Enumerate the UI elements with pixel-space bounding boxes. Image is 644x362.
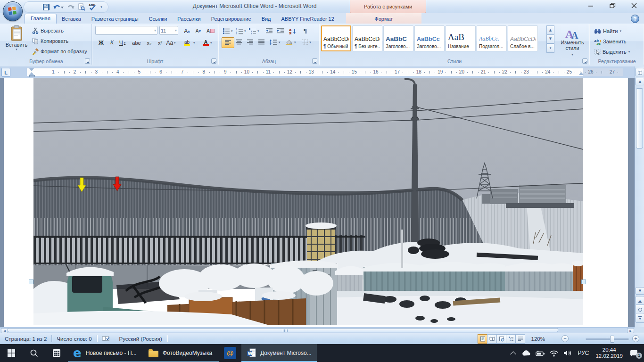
- redo-button[interactable]: [66, 3, 75, 11]
- zoom-level[interactable]: 120%: [531, 336, 545, 342]
- justify-button[interactable]: [256, 37, 267, 47]
- wifi-icon[interactable]: [549, 350, 559, 357]
- style-card[interactable]: AaBbCcDcСлабое в...: [508, 25, 538, 51]
- first-line-indent-marker[interactable]: [29, 68, 34, 71]
- ribbon-tab[interactable]: Рассылки: [172, 15, 206, 24]
- next-page-button[interactable]: ▼: [636, 313, 644, 323]
- style-card[interactable]: AaBbCЗаголово...: [383, 25, 413, 51]
- borders-button[interactable]: ▾: [300, 37, 312, 47]
- zoom-in-button[interactable]: +: [632, 335, 639, 342]
- ribbon-tab[interactable]: Рецензирование: [206, 15, 256, 24]
- document-photo[interactable]: [33, 78, 583, 325]
- spelling-button[interactable]: ABC: [88, 3, 97, 11]
- minimize-button[interactable]: [584, 1, 598, 10]
- styles-gallery-more[interactable]: ▾: [546, 43, 554, 53]
- taskbar-search-button[interactable]: [23, 344, 45, 362]
- style-card[interactable]: AaBbCcЗаголово...: [414, 25, 445, 51]
- zoom-out-button[interactable]: −: [561, 335, 569, 342]
- change-case-button[interactable]: Aa▾: [165, 38, 177, 48]
- highlight-dropdown[interactable]: ▾: [193, 41, 195, 45]
- horizontal-scrollbar[interactable]: ◀ ▶: [0, 327, 635, 333]
- ribbon-tab[interactable]: Главная: [25, 14, 57, 24]
- clear-formatting-button[interactable]: A: [205, 26, 216, 36]
- save-button[interactable]: [41, 3, 51, 11]
- left-indent-marker[interactable]: [29, 75, 35, 77]
- word-count[interactable]: Число слов: 0: [52, 336, 96, 342]
- font-name-combo[interactable]: ▾: [95, 26, 157, 35]
- ribbon-tab[interactable]: Вид: [256, 15, 276, 24]
- volume-icon[interactable]: [562, 350, 573, 356]
- subscript-button[interactable]: x₂: [143, 38, 155, 48]
- ribbon-tab[interactable]: Формат: [369, 15, 398, 24]
- taskbar-task[interactable]: ФотоВидеоМузыка: [143, 344, 219, 362]
- styles-scroll-up[interactable]: ▲: [546, 25, 554, 35]
- document-area[interactable]: [0, 78, 635, 327]
- help-button[interactable]: ?: [631, 15, 639, 23]
- clipboard-dialog-launcher[interactable]: [85, 58, 90, 64]
- shrink-font-button[interactable]: A▼: [192, 26, 204, 36]
- outline-view-button[interactable]: [506, 334, 516, 344]
- copy-button[interactable]: Копировать: [30, 36, 70, 46]
- ruler-toggle-button[interactable]: [636, 68, 644, 76]
- change-styles-button[interactable]: AA Изменить стили ▾: [557, 25, 588, 61]
- language-switcher[interactable]: РУС: [576, 350, 590, 356]
- zoom-slider[interactable]: [586, 338, 629, 340]
- restore-button[interactable]: [605, 1, 619, 10]
- align-right-button[interactable]: [244, 37, 256, 47]
- undo-button[interactable]: [52, 3, 65, 11]
- bold-button[interactable]: Ж: [95, 38, 107, 48]
- grow-font-button[interactable]: A▲: [181, 26, 193, 36]
- underline-button[interactable]: Ч▾: [116, 38, 128, 48]
- customize-qat-button[interactable]: ▾: [99, 3, 104, 11]
- paste-dropdown-arrow[interactable]: ▾: [4, 48, 29, 51]
- format-painter-button[interactable]: Формат по образцу: [30, 47, 89, 56]
- draft-view-button[interactable]: [515, 334, 525, 344]
- tab-selector-button[interactable]: L: [1, 68, 10, 77]
- image-resize-handle-left[interactable]: [29, 280, 33, 284]
- ribbon-tab[interactable]: ABBYY FineReader 12: [276, 15, 339, 24]
- taskbar-task[interactable]: WДокумент Microso...: [241, 344, 317, 362]
- numbering-button[interactable]: 123▾: [235, 26, 247, 36]
- battery-icon[interactable]: [535, 350, 545, 356]
- styles-dialog-launcher[interactable]: [582, 58, 587, 64]
- office-button[interactable]: [3, 1, 23, 21]
- select-button[interactable]: Выделить▾: [592, 47, 632, 57]
- right-indent-marker[interactable]: [579, 72, 584, 75]
- style-card[interactable]: AaBНазвание: [446, 25, 476, 51]
- ribbon-tab[interactable]: Ссылки: [144, 15, 173, 24]
- zoom-slider-thumb[interactable]: [610, 336, 614, 343]
- onedrive-cloud-icon[interactable]: [521, 350, 532, 356]
- proofing-status-icon[interactable]: [97, 336, 115, 342]
- print-preview-button[interactable]: [77, 3, 86, 11]
- taskbar-task[interactable]: @: [219, 344, 241, 362]
- vertical-scroll-thumb[interactable]: [636, 88, 643, 148]
- font-color-dropdown[interactable]: ▾: [210, 41, 212, 45]
- strikethrough-button[interactable]: abe: [131, 38, 142, 48]
- increase-indent-button[interactable]: [274, 26, 286, 36]
- close-button[interactable]: [627, 1, 641, 10]
- horizontal-scroll-thumb[interactable]: [8, 328, 558, 332]
- cut-button[interactable]: Вырезать: [30, 26, 66, 35]
- styles-scroll-down[interactable]: ▼: [546, 34, 554, 44]
- multilevel-list-button[interactable]: ▾: [248, 26, 260, 36]
- fullscreen-reading-view-button[interactable]: [487, 334, 497, 344]
- font-dialog-launcher[interactable]: [211, 58, 216, 64]
- scroll-up-button[interactable]: ▲: [636, 78, 644, 85]
- align-center-button[interactable]: [233, 37, 245, 47]
- paste-button[interactable]: Вставить ▾: [4, 25, 29, 56]
- bullets-button[interactable]: ▾: [222, 26, 234, 36]
- line-spacing-button[interactable]: ▾: [268, 37, 281, 47]
- paragraph-dialog-launcher[interactable]: [312, 58, 317, 64]
- decrease-indent-button[interactable]: [263, 26, 275, 36]
- scroll-down-button[interactable]: ▼: [636, 287, 644, 295]
- superscript-button[interactable]: x²: [154, 38, 166, 48]
- taskbar-calculator-button[interactable]: [45, 344, 68, 362]
- vertical-scrollbar[interactable]: ▲ ▼ ▲ ▼: [635, 66, 644, 333]
- taskbar-clock[interactable]: 20:44 12.02.2019: [594, 347, 625, 359]
- page-indicator[interactable]: Страница: 1 из 2: [0, 336, 51, 342]
- ribbon-tab[interactable]: Вставка: [57, 15, 86, 24]
- language-indicator[interactable]: Русский (Россия): [115, 336, 167, 342]
- start-button[interactable]: [0, 344, 23, 362]
- print-layout-view-button[interactable]: [478, 334, 487, 344]
- style-card[interactable]: AaBbCc.Подзагол...: [477, 25, 507, 51]
